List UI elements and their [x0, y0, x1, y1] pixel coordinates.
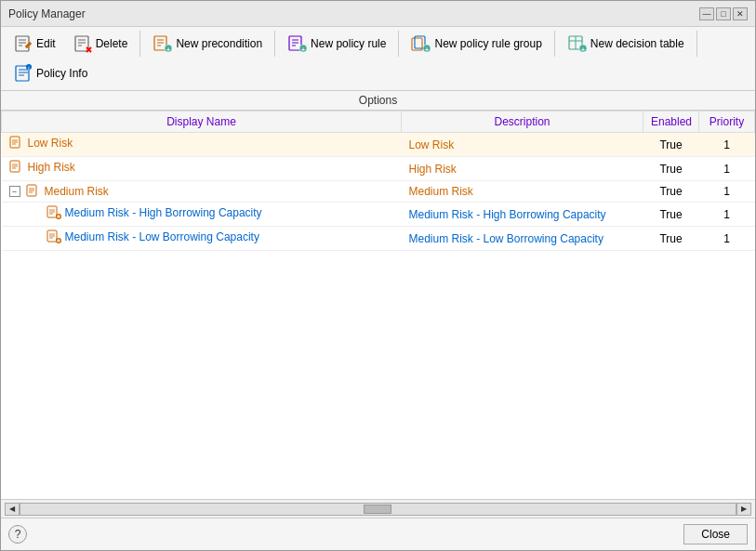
cell-description: Low Risk: [402, 133, 643, 157]
cell-description: Medium Risk - Low Borrowing Capacity: [402, 227, 643, 251]
new-policy-rule-icon: +: [287, 33, 308, 54]
edit-button[interactable]: Edit: [7, 31, 62, 57]
new-precondition-label: New precondition: [176, 37, 262, 50]
policy-info-button[interactable]: i Policy Info: [7, 60, 94, 86]
title-bar-controls: — □ ✕: [699, 7, 748, 20]
cell-description: Medium Risk: [402, 181, 643, 203]
toolbar: Edit Delete: [1, 27, 755, 91]
cell-priority: 1: [699, 181, 755, 203]
policy-info-icon: i: [13, 63, 33, 84]
cell-display-name: Medium Risk - High Borrowing Capacity: [2, 203, 402, 227]
scroll-right-button[interactable]: ▶: [736, 503, 751, 516]
main-content: Display Name Description Enabled Priorit…: [1, 111, 755, 499]
table-wrapper[interactable]: Display Name Description Enabled Priorit…: [1, 111, 755, 499]
new-decision-table-icon: +: [567, 33, 588, 54]
policy-info-label: Policy Info: [36, 67, 87, 80]
table-row[interactable]: Medium Risk - High Borrowing CapacityMed…: [2, 203, 755, 227]
new-precondition-button[interactable]: + New precondition: [146, 31, 269, 57]
display-name-text: Low Risk: [28, 137, 73, 150]
horizontal-scrollbar[interactable]: [20, 503, 736, 516]
new-policy-rule-group-icon: +: [411, 33, 431, 54]
new-policy-rule-button[interactable]: + New policy rule: [281, 31, 392, 57]
cell-display-name: Low Risk: [2, 133, 402, 157]
new-precondition-icon: +: [153, 33, 173, 54]
options-label: Options: [359, 94, 397, 107]
minimize-button[interactable]: —: [699, 7, 714, 20]
cell-description: Medium Risk - High Borrowing Capacity: [402, 203, 643, 227]
policy-table: Display Name Description Enabled Priorit…: [1, 111, 755, 251]
display-name-text: Medium Risk - Low Borrowing Capacity: [65, 230, 259, 243]
separator-5: [696, 31, 697, 57]
display-name-text: Medium Risk: [45, 185, 109, 198]
title-bar: Policy Manager — □ ✕: [1, 1, 755, 27]
cell-priority: 1: [699, 203, 755, 227]
close-button[interactable]: Close: [683, 524, 748, 544]
horizontal-scrollbar-row: ◀ ▶: [1, 499, 755, 518]
col-display-name: Display Name: [2, 112, 402, 133]
cell-enabled: True: [643, 227, 699, 251]
options-bar: Options: [1, 91, 755, 111]
cell-display-name: Medium Risk - Low Borrowing Capacity: [2, 227, 402, 251]
cell-display-name: −Medium Risk: [2, 181, 402, 203]
footer: ? Close: [1, 518, 755, 550]
policy-manager-window: Policy Manager — □ ✕ Edit: [0, 0, 756, 551]
edit-icon: [13, 33, 33, 54]
cell-enabled: True: [643, 203, 699, 227]
separator-3: [398, 31, 399, 57]
delete-label: Delete: [96, 37, 128, 50]
separator-1: [139, 31, 140, 57]
new-decision-table-button[interactable]: + New decision table: [561, 31, 691, 57]
col-description: Description: [402, 112, 643, 133]
separator-4: [554, 31, 555, 57]
svg-rect-0: [16, 36, 29, 51]
svg-rect-5: [75, 36, 88, 51]
table-row[interactable]: −Medium RiskMedium RiskTrue1: [2, 181, 755, 203]
new-decision-table-label: New decision table: [590, 37, 684, 50]
delete-button[interactable]: Delete: [66, 31, 135, 57]
table-row[interactable]: High RiskHigh RiskTrue1: [2, 157, 755, 181]
expand-button[interactable]: −: [9, 186, 20, 197]
scroll-left-button[interactable]: ◀: [5, 503, 20, 516]
svg-text:+: +: [581, 46, 585, 53]
child-rule-icon: [46, 205, 61, 220]
edit-label: Edit: [36, 37, 56, 50]
cell-display-name: High Risk: [2, 157, 402, 181]
svg-text:+: +: [301, 46, 305, 53]
cell-description: High Risk: [402, 157, 643, 181]
col-priority: Priority: [699, 112, 755, 133]
svg-text:+: +: [425, 46, 429, 53]
policy-rule-icon: [9, 136, 24, 151]
cell-enabled: True: [643, 181, 699, 203]
display-name-text: High Risk: [28, 161, 75, 174]
new-policy-rule-group-label: New policy rule group: [434, 37, 541, 50]
separator-2: [274, 31, 275, 57]
table-row[interactable]: Low RiskLow RiskTrue1: [2, 133, 755, 157]
display-name-text: Medium Risk - High Borrowing Capacity: [65, 206, 262, 219]
new-policy-rule-group-button[interactable]: + New policy rule group: [405, 31, 548, 57]
col-enabled: Enabled: [643, 112, 699, 133]
policy-rule-icon: [26, 184, 41, 199]
cell-priority: 1: [699, 133, 755, 157]
maximize-button[interactable]: □: [716, 7, 731, 20]
scrollbar-thumb[interactable]: [364, 505, 391, 514]
cell-enabled: True: [643, 157, 699, 181]
help-button[interactable]: ?: [8, 525, 27, 544]
window-title: Policy Manager: [8, 7, 86, 20]
cell-priority: 1: [699, 157, 755, 181]
cell-priority: 1: [699, 227, 755, 251]
child-rule-icon: [46, 230, 61, 244]
new-policy-rule-label: New policy rule: [311, 37, 386, 50]
table-row[interactable]: Medium Risk - Low Borrowing CapacityMedi…: [2, 227, 755, 251]
policy-rule-icon: [9, 160, 24, 175]
cell-enabled: True: [643, 133, 699, 157]
delete-icon: [73, 33, 93, 54]
window-close-button[interactable]: ✕: [733, 7, 748, 20]
svg-text:+: +: [166, 46, 170, 53]
